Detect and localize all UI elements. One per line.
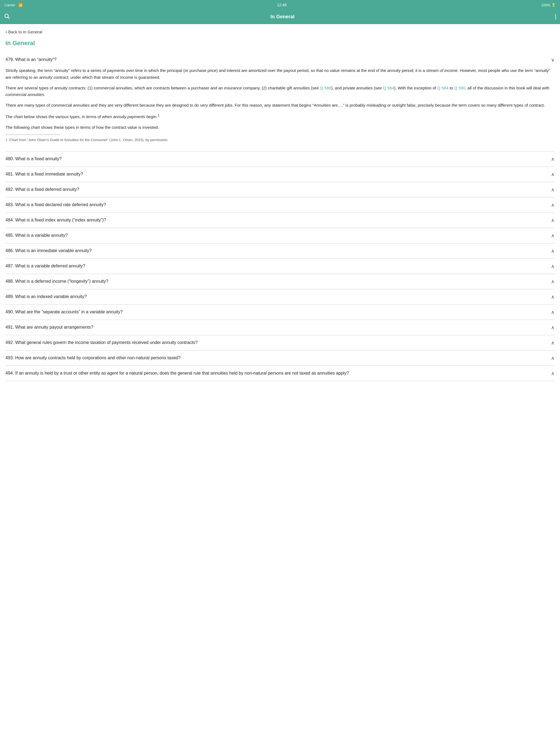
content-paragraph: The following chart shows these types in… — [5, 124, 555, 131]
chevron-up-icon: ∧ — [551, 202, 555, 208]
questions-list: 479. What is an “annuity”?∨Strictly spea… — [5, 52, 555, 381]
question-header-q488[interactable]: 488. What is a deferred income (“longevi… — [5, 274, 555, 289]
nav-bar: In General — [0, 10, 560, 24]
question-label-q489: 489. What is an indexed variable annuity… — [5, 294, 551, 300]
time-label: 12:48 — [277, 3, 286, 7]
question-header-q486[interactable]: 486. What is an immediate variable annui… — [5, 243, 555, 258]
back-chevron-icon: ‹ — [5, 29, 7, 35]
question-item: 493. How are annuity contracts held by c… — [5, 351, 555, 366]
chevron-up-icon: ∧ — [551, 263, 555, 269]
chevron-up-icon: ∧ — [551, 309, 555, 315]
question-item: 492. What general rules govern the incom… — [5, 335, 555, 351]
question-label-q482: 482. What is a fixed deferred annuity? — [5, 186, 551, 192]
question-item: 484. What is a fixed index annuity (“ind… — [5, 213, 555, 228]
inline-link[interactable]: Q 590 — [454, 85, 465, 90]
question-label-q491: 491. What are annuity payout arrangement… — [5, 324, 551, 330]
question-label-q486: 486. What is an immediate variable annui… — [5, 248, 551, 254]
question-item: 490. What are the “separate accounts” in… — [5, 305, 555, 320]
question-header-q487[interactable]: 487. What is a variable deferred annuity… — [5, 259, 555, 274]
back-link[interactable]: ‹ Back to In General — [5, 29, 555, 35]
chevron-up-icon: ∧ — [551, 187, 555, 193]
content-paragraph-links: There are several types of annuity contr… — [5, 85, 555, 98]
italic-text: commercial annuities. — [5, 92, 45, 97]
battery-text: 100% — [541, 3, 550, 7]
question-item: 485. What is a variable annuity?∧ — [5, 228, 555, 243]
chevron-up-icon: ∧ — [551, 294, 555, 300]
question-header-q483[interactable]: 483. What is a fixed declared rate defer… — [5, 198, 555, 212]
content-paragraph: Strictly speaking, the term “annuity” re… — [5, 67, 555, 81]
chevron-up-icon: ∧ — [551, 172, 555, 177]
question-label-q494: 494. If an annuity is held by a trust or… — [5, 370, 551, 376]
question-item: 480. What is a fixed annuity?∧ — [5, 152, 555, 167]
carrier-text: Carrier — [4, 3, 15, 7]
question-label-q490: 490. What are the “separate accounts” in… — [5, 309, 551, 315]
status-bar: Carrier 📶 12:48 100% 🔋 — [0, 0, 560, 10]
question-label-q487: 487. What is a variable deferred annuity… — [5, 263, 551, 269]
question-item: 491. What are annuity payout arrangement… — [5, 320, 555, 335]
question-header-q485[interactable]: 485. What is a variable annuity?∧ — [5, 228, 555, 243]
question-label-q488: 488. What is a deferred income (“longevi… — [5, 278, 551, 284]
question-label-q481: 481. What is a fixed immediate annuity? — [5, 171, 551, 177]
question-item: 486. What is an immediate variable annui… — [5, 243, 555, 259]
question-header-q494[interactable]: 494. If an annuity is held by a trust or… — [5, 366, 555, 381]
question-label-q493: 493. How are annuity contracts held by c… — [5, 355, 551, 361]
chevron-up-icon: ∧ — [551, 325, 555, 331]
more-icon[interactable] — [555, 15, 556, 19]
question-header-q481[interactable]: 481. What is a fixed immediate annuity?∧ — [5, 167, 555, 182]
wifi-icon: 📶 — [18, 3, 23, 7]
chevron-up-icon: ∧ — [551, 340, 555, 346]
back-link-label: Back to In General — [8, 29, 42, 34]
section-heading: In General — [5, 40, 555, 47]
question-header-q480[interactable]: 480. What is a fixed annuity?∧ — [5, 152, 555, 166]
inline-link[interactable]: Q 588 — [320, 85, 331, 90]
question-header-q482[interactable]: 482. What is a fixed deferred annuity?∧ — [5, 182, 555, 197]
question-header-q490[interactable]: 490. What are the “separate accounts” in… — [5, 305, 555, 319]
question-header-q479[interactable]: 479. What is an “annuity”?∨ — [5, 52, 555, 67]
search-icon[interactable] — [4, 13, 10, 21]
question-header-q491[interactable]: 491. What are annuity payout arrangement… — [5, 320, 555, 335]
main-content: ‹ Back to In General In General 479. Wha… — [0, 24, 560, 389]
footnote-text: 1 .Chart from “John Olsen’s Guide to Ann… — [5, 137, 555, 143]
question-item: 483. What is a fixed declared rate defer… — [5, 198, 555, 213]
question-item: 488. What is a deferred income (“longevi… — [5, 274, 555, 289]
inline-link[interactable]: Q 584 — [437, 85, 449, 90]
carrier-label: Carrier 📶 — [4, 3, 23, 7]
content-paragraph: There are many types of commercial annui… — [5, 102, 555, 109]
question-label-q484: 484. What is a fixed index annuity (“ind… — [5, 217, 551, 223]
chevron-down-icon: ∨ — [551, 57, 555, 63]
chevron-up-icon: ∧ — [551, 355, 555, 361]
chevron-up-icon: ∧ — [551, 279, 555, 285]
footnote-divider — [5, 134, 60, 135]
content-paragraph: The chart below shows the various types,… — [5, 113, 555, 120]
chevron-up-icon: ∧ — [551, 248, 555, 254]
chevron-up-icon: ∧ — [551, 156, 555, 162]
chevron-up-icon: ∧ — [551, 217, 555, 223]
question-label-q485: 485. What is a variable annuity? — [5, 232, 551, 238]
question-label-q480: 480. What is a fixed annuity? — [5, 156, 551, 162]
battery-label: 100% 🔋 — [541, 3, 556, 7]
question-label-q492: 492. What general rules govern the incom… — [5, 340, 551, 345]
svg-line-1 — [8, 17, 9, 19]
question-item: 494. If an annuity is held by a trust or… — [5, 366, 555, 381]
question-header-q489[interactable]: 489. What is an indexed variable annuity… — [5, 289, 555, 304]
question-item: 487. What is a variable deferred annuity… — [5, 259, 555, 274]
chevron-up-icon: ∧ — [551, 233, 555, 239]
question-content-q479: Strictly speaking, the term “annuity” re… — [5, 67, 555, 151]
question-item: 482. What is a fixed deferred annuity?∧ — [5, 182, 555, 198]
question-header-q484[interactable]: 484. What is a fixed index annuity (“ind… — [5, 213, 555, 228]
question-label-q479: 479. What is an “annuity”? — [5, 57, 551, 62]
chevron-up-icon: ∧ — [551, 370, 555, 377]
nav-title: In General — [271, 14, 295, 20]
inline-link[interactable]: Q 584 — [383, 85, 394, 90]
question-header-q492[interactable]: 492. What general rules govern the incom… — [5, 335, 555, 350]
battery-icon: 🔋 — [551, 3, 556, 7]
question-item: 481. What is a fixed immediate annuity?∧ — [5, 167, 555, 182]
question-item: 479. What is an “annuity”?∨Strictly spea… — [5, 52, 555, 152]
question-header-q493[interactable]: 493. How are annuity contracts held by c… — [5, 351, 555, 366]
question-label-q483: 483. What is a fixed declared rate defer… — [5, 202, 551, 208]
question-item: 489. What is an indexed variable annuity… — [5, 289, 555, 305]
